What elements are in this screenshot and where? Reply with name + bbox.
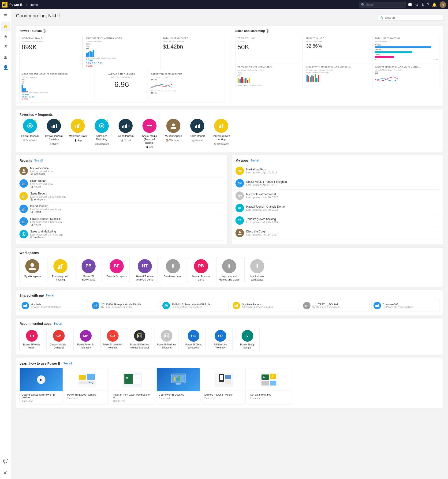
learn-item-excel-tutorial[interactable]: X Tutorial: from Excel workbook to st...…	[111, 368, 154, 405]
favorites-grid: ★ Hawaii Tourism ⊞ Dashboard ★ Hawaii To…	[20, 119, 440, 148]
user-avatar[interactable]: N	[440, 1, 446, 8]
fav-item-island-tourism[interactable]: ☆ Island tourism 📊 Report	[115, 119, 136, 148]
myapp-item-marketing[interactable]: MS Marketing Stats Last updated: Apr 16,…	[236, 165, 440, 177]
learn-item-explore-mobile[interactable]: Explore Power BI Mobile 2 min read	[202, 368, 245, 405]
svg-rect-10	[306, 75, 308, 82]
star-outline-icon[interactable]: ☆	[202, 119, 204, 122]
main-search-bar[interactable]: 🔍	[378, 15, 443, 21]
sidebar-item-menu[interactable]: ☰	[1, 11, 10, 21]
shared-item-simpleris[interactable]: simplerIs By Amir - Power BI Dataflows	[20, 300, 88, 312]
recent-item-my-workspace[interactable]: My Workspace Last accessed: now 🏠 Worksp…	[20, 165, 224, 177]
shared-see-all[interactable]: See all	[46, 294, 54, 297]
workspace-name: My first new workspace	[246, 275, 268, 281]
app-item-desktop-shiproom[interactable]: Power BI Desktop Shiproom	[154, 328, 179, 351]
download-icon[interactable]: ⬇	[421, 3, 424, 7]
help-icon[interactable]: ?	[427, 3, 429, 7]
main-search-icon: 🔍	[380, 16, 384, 20]
fav-item-tourism-growth[interactable]: ☆ Tourism growth hacking 🏠 Workspace	[211, 119, 232, 148]
chat-icon[interactable]: 💬	[408, 3, 412, 7]
fav-item-sales-marketing[interactable]: ★ Sales and Marketing ⊞ Dashboard	[91, 119, 112, 148]
app-item-desktop-release[interactable]: Power BI Desktop Release Scenarios	[127, 328, 152, 351]
learn-see-all[interactable]: See all	[63, 362, 72, 365]
shared-item-enterprise1[interactable]: 20190416_EnterpriseAndNPS.pbix By Power …	[90, 300, 158, 312]
star-outline-icon[interactable]: ☆	[128, 124, 130, 127]
fav-item-hawaii-stats[interactable]: ★ Hawaii Tourism Statistics 📊 Report	[43, 119, 65, 148]
learn-play-icon[interactable]: ▶	[37, 375, 46, 384]
learn-item-get-data[interactable]: X a Get data from files 2 min read	[248, 368, 291, 405]
shared-block: Shared with me See all simplerIs By Amir…	[16, 290, 443, 315]
recent-item-hawaii-stats[interactable]: Hawaii Tourism Statistics Last accessed:…	[20, 215, 224, 228]
recent-item-sales-report[interactable]: Sales Report Last accessed: now 📊 Report	[20, 177, 224, 190]
learn-item-getting-started[interactable]: ▶ Getting started with Power BI service …	[20, 368, 63, 405]
main-search-input[interactable]	[385, 16, 441, 20]
learn-item-get-desktop[interactable]: Get Power BI Desktop 3 min read	[157, 368, 200, 405]
fav-name: Marketing Stats	[69, 134, 87, 138]
sidebar-item-recent[interactable]: ⏱	[1, 42, 10, 52]
hawaii-info-icon[interactable]: i	[43, 29, 46, 33]
svg-text:a: a	[271, 375, 273, 377]
kpi-visitor-arrivals: Visitor Arrivals MOST RECENT MONTH 899K	[20, 35, 83, 69]
star-outline-icon[interactable]: ☆	[154, 119, 157, 122]
workspace-item-tourism[interactable]: Tourism growth hacking	[47, 257, 73, 284]
app-item-dataflows-telemetry[interactable]: CD Power BI dataflows telemetry	[100, 328, 125, 351]
sidebar-item-favorites[interactable]: ★	[1, 32, 10, 41]
myapps-see-all[interactable]: See all	[250, 159, 259, 162]
shared-item-test[interactable]: ____TEST___BG IMG By My first new worksp…	[301, 300, 369, 312]
workspace-item-brendan[interactable]: BF Brendan's reports	[104, 257, 130, 284]
recent-item-sales-marketing[interactable]: Sales and Marketing Last accessed: 12 ho…	[20, 228, 224, 241]
fav-item-marketing-stats[interactable]: ★ Marketing Stats 📱 App	[67, 119, 88, 148]
fav-icon-hawaii-stats: ★	[47, 119, 61, 133]
search-input[interactable]	[366, 3, 404, 6]
recents-see-all[interactable]: See all	[34, 159, 43, 162]
learn-item-guided-learning[interactable]: Power BI guided learning 3 min read	[65, 368, 108, 405]
star-outline-icon[interactable]: ☆	[178, 119, 180, 122]
myapp-item-disco[interactable]: Disco the Corgi Last updated: Feb 14, 20…	[236, 227, 440, 239]
myapp-item-hawaii-demo[interactable]: HT Hawaii Tourism Analysis Demo Last upd…	[236, 202, 440, 214]
fav-item-my-workspace[interactable]: ☆ My Workspace 🏠 Workspace	[163, 119, 184, 148]
notifications-icon[interactable]: 🔔	[432, 3, 437, 7]
app-item-client-exceptions[interactable]: PB Power BI Client Exceptions	[181, 328, 206, 351]
svg-rect-122	[225, 380, 231, 384]
left-sidebar: ☰ ★ ⏱ ⊞ 👤 💬 ↙	[0, 9, 11, 415]
settings-icon[interactable]: ⚙	[415, 3, 418, 7]
star-outline-icon[interactable]: ☆	[226, 119, 228, 122]
app-item-app-sample[interactable]: Power BI App Sample	[235, 328, 260, 351]
app-item-mobile-telemetry[interactable]: MP Mobile Power BI Telemetry	[73, 328, 98, 351]
recent-item-sales-report2[interactable]: Sales Report Last accessed: 35 seconds a…	[20, 190, 224, 203]
myapp-item-social[interactable]: SM Social Media (Trends & Insights) Last…	[236, 177, 440, 190]
workspace-item-hawaii-tourism-demo[interactable]: PB Hawaii Tourism Demo	[188, 257, 214, 284]
learn-thumb-guided	[65, 368, 108, 391]
app-brand-name: Power BI	[9, 3, 23, 7]
sales-info-icon[interactable]: i	[266, 29, 269, 33]
app-item-pbi-telemetry[interactable]: PD PBI Desktop Telemetry	[208, 328, 233, 351]
fav-item-sales-report[interactable]: ☆ Sales Report 📊 Report	[187, 119, 208, 148]
sidebar-item-workspaces[interactable]: 👤	[1, 63, 10, 72]
recommended-see-all[interactable]: See all	[53, 322, 62, 325]
star-filled-icon: ★	[34, 119, 37, 122]
fav-icon-marketing-stats: ★	[71, 119, 85, 133]
svg-rect-52	[22, 196, 22, 198]
app-item-custom-visuals[interactable]: CV Custom Visuals - Collateral	[46, 328, 71, 351]
myapp-item-partner[interactable]: MP Microsoft Partner Portal Last updated…	[236, 190, 440, 202]
fav-item-hawaii-tourism[interactable]: ★ Hawaii Tourism ⊞ Dashboard	[20, 119, 40, 148]
shared-item-enterprise2[interactable]: 20190416_EnterpriseAndNPS.pbix By Power …	[160, 300, 229, 312]
svg-point-81	[165, 305, 167, 306]
workspace-item-my[interactable]: My Workspace	[20, 257, 45, 284]
svg-rect-51	[25, 182, 25, 185]
nav-home-label[interactable]: Home	[30, 3, 38, 7]
recent-item-island-tourism[interactable]: Island Tourism Last accessed a minute ag…	[20, 203, 224, 215]
workspace-item-bookmarks[interactable]: PB Power BI Bookmarks	[76, 257, 101, 284]
page-title: Good morning, Nikhil	[16, 13, 60, 19]
sidebar-item-home[interactable]	[1, 21, 10, 31]
fav-item-social-media[interactable]: ☆ Social Media (Trends & Insights) 📱 App	[139, 119, 160, 148]
workspace-item-improvement[interactable]: Improvement Metrics and Goals	[216, 257, 242, 284]
workspace-item-dataflows[interactable]: Dataflows demo	[160, 257, 186, 284]
svg-point-29	[101, 125, 103, 127]
workspace-item-hawaii-demo[interactable]: HT Hawaii Tourism Analysis Demo	[132, 257, 158, 284]
app-item-mobile-health[interactable]: TH Power BI Mobile Health	[20, 328, 44, 351]
shared-item-customer360[interactable]: Customer360 By Power BI service analytic…	[371, 300, 440, 312]
shared-item-synthetic[interactable]: SyntheticReports By Power BI service ana…	[231, 300, 299, 312]
workspace-item-first-new[interactable]: My first new workspace	[244, 257, 270, 284]
sidebar-item-apps[interactable]: ⊞	[1, 53, 10, 62]
myapp-item-tourism[interactable]: TG Tourism growth hacking Last updated: …	[236, 214, 440, 227]
